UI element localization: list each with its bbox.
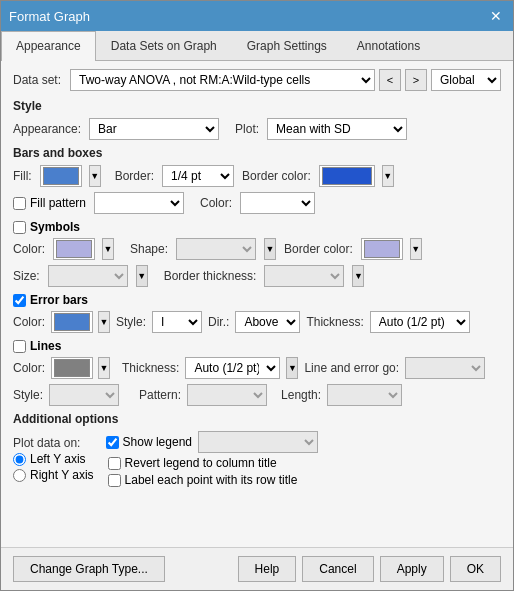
lines-checkbox[interactable]	[13, 340, 26, 353]
line-color-btn[interactable]	[51, 357, 93, 379]
fill-pattern-select[interactable]	[94, 192, 184, 214]
plot-select[interactable]: Mean with SD	[267, 118, 407, 140]
plot-data-label: Plot data on:	[13, 436, 80, 450]
dataset-row: Data set: Two-way ANOVA , not RM:A:Wild-…	[13, 69, 501, 91]
tabs-container: Appearance Data Sets on Graph Graph Sett…	[1, 31, 513, 61]
border-label: Border:	[115, 169, 154, 183]
border-select[interactable]: 1/4 pt	[162, 165, 234, 187]
lines-row-1: Color: ▼ Thickness: Auto (1/2 pt) ▼ Line…	[13, 357, 501, 379]
line-color-dropdown[interactable]: ▼	[98, 357, 110, 379]
shape-select[interactable]	[176, 238, 256, 260]
lines-section: Lines Color: ▼ Thickness: Auto (1/2 pt) …	[13, 339, 501, 406]
error-color-btn[interactable]	[51, 311, 93, 333]
tab-datasets-on-graph[interactable]: Data Sets on Graph	[96, 31, 232, 60]
fill-color-dropdown[interactable]: ▼	[89, 165, 101, 187]
length-label: Length:	[281, 388, 321, 402]
error-dir-select[interactable]: Above	[235, 311, 300, 333]
symbols-section: Symbols Color: ▼ Shape: ▼ Border color: …	[13, 220, 501, 287]
line-color-label: Color:	[13, 361, 45, 375]
appearance-label: Appearance:	[13, 122, 81, 136]
label-each-checkbox[interactable]	[108, 474, 121, 487]
symbols-checkbox[interactable]	[13, 221, 26, 234]
left-y-radio[interactable]	[13, 453, 26, 466]
tab-annotations[interactable]: Annotations	[342, 31, 435, 60]
line-thickness-dropdown[interactable]: ▼	[286, 357, 298, 379]
format-graph-dialog: Format Graph ✕ Appearance Data Sets on G…	[0, 0, 514, 591]
tab-graph-settings[interactable]: Graph Settings	[232, 31, 342, 60]
help-button[interactable]: Help	[238, 556, 297, 582]
label-each-row: Label each point with its row title	[108, 473, 318, 487]
error-bars-check-label[interactable]: Error bars	[13, 293, 501, 307]
label-each-check-label[interactable]: Label each point with its row title	[108, 473, 318, 487]
lines-check-label[interactable]: Lines	[13, 339, 501, 353]
length-select[interactable]	[327, 384, 402, 406]
error-style-select[interactable]: I	[152, 311, 202, 333]
show-legend-check-label[interactable]: Show legend	[106, 435, 192, 449]
fill-pattern-checkbox[interactable]	[13, 197, 26, 210]
ok-button[interactable]: OK	[450, 556, 501, 582]
error-thickness-select[interactable]: Auto (1/2 pt)	[370, 311, 470, 333]
apply-button[interactable]: Apply	[380, 556, 444, 582]
sym-border-dropdown[interactable]: ▼	[410, 238, 422, 260]
color-label: Color:	[200, 196, 232, 210]
border-color-btn[interactable]	[319, 165, 375, 187]
plot-label: Plot:	[235, 122, 259, 136]
tab-appearance[interactable]: Appearance	[1, 31, 96, 61]
global-select[interactable]: Global	[431, 69, 501, 91]
border-thickness-dropdown[interactable]: ▼	[352, 265, 364, 287]
additional-section: Additional options Plot data on: Left Y …	[13, 412, 501, 487]
size-dropdown[interactable]: ▼	[136, 265, 148, 287]
close-icon[interactable]: ✕	[487, 7, 505, 25]
symbols-title: Symbols	[30, 220, 80, 234]
cancel-button[interactable]: Cancel	[302, 556, 373, 582]
size-select[interactable]	[48, 265, 128, 287]
legend-group: Show legend Revert legend to column titl…	[106, 431, 318, 487]
right-y-text: Right Y axis	[30, 468, 94, 482]
legend-pos-select[interactable]	[198, 431, 318, 453]
border-thickness-select[interactable]	[264, 265, 344, 287]
right-y-radio-row: Right Y axis	[13, 468, 94, 482]
error-bars-title: Error bars	[30, 293, 88, 307]
show-legend-checkbox[interactable]	[106, 436, 119, 449]
left-y-label[interactable]: Left Y axis	[13, 452, 94, 466]
revert-legend-checkbox[interactable]	[108, 457, 121, 470]
line-style-label: Style:	[13, 388, 43, 402]
bars-boxes-title: Bars and boxes	[13, 146, 501, 160]
dataset-label: Data set:	[13, 73, 61, 87]
sym-color-btn[interactable]	[53, 238, 95, 260]
fill-color-btn[interactable]	[40, 165, 82, 187]
line-error-select[interactable]	[405, 357, 485, 379]
appearance-select[interactable]: Bar	[89, 118, 219, 140]
border-color-dropdown[interactable]: ▼	[382, 165, 394, 187]
style-section-title: Style	[13, 99, 501, 113]
footer-right-buttons: Help Cancel Apply OK	[238, 556, 501, 582]
title-bar: Format Graph ✕	[1, 1, 513, 31]
plot-data-group: Plot data on: Left Y axis Right Y axis	[13, 436, 94, 482]
revert-legend-check-label[interactable]: Revert legend to column title	[108, 456, 318, 470]
dataset-prev-btn[interactable]: <	[379, 69, 401, 91]
line-style-select[interactable]	[49, 384, 119, 406]
right-y-label[interactable]: Right Y axis	[13, 468, 94, 482]
error-bars-checkbox[interactable]	[13, 294, 26, 307]
color-select[interactable]	[240, 192, 315, 214]
dataset-next-btn[interactable]: >	[405, 69, 427, 91]
line-color-swatch	[54, 359, 90, 377]
revert-legend-label: Revert legend to column title	[125, 456, 277, 470]
line-thickness-select[interactable]: Auto (1/2 pt)	[185, 357, 280, 379]
symbols-check-label[interactable]: Symbols	[13, 220, 501, 234]
fill-pattern-check-label[interactable]: Fill pattern	[13, 196, 86, 210]
change-graph-type-button[interactable]: Change Graph Type...	[13, 556, 165, 582]
revert-legend-row: Revert legend to column title	[108, 456, 318, 470]
border-color-label: Border color:	[242, 169, 311, 183]
label-each-label: Label each point with its row title	[125, 473, 298, 487]
right-y-radio[interactable]	[13, 469, 26, 482]
error-dir-label: Dir.:	[208, 315, 229, 329]
sym-color-dropdown[interactable]: ▼	[102, 238, 114, 260]
pattern-select[interactable]	[187, 384, 267, 406]
shape-dropdown[interactable]: ▼	[264, 238, 276, 260]
dataset-select[interactable]: Two-way ANOVA , not RM:A:Wild-type cells	[70, 69, 375, 91]
sym-border-color-btn[interactable]	[361, 238, 403, 260]
lines-row-2: Style: Pattern: Length:	[13, 384, 501, 406]
error-color-dropdown[interactable]: ▼	[98, 311, 110, 333]
error-thickness-label: Thickness:	[306, 315, 363, 329]
